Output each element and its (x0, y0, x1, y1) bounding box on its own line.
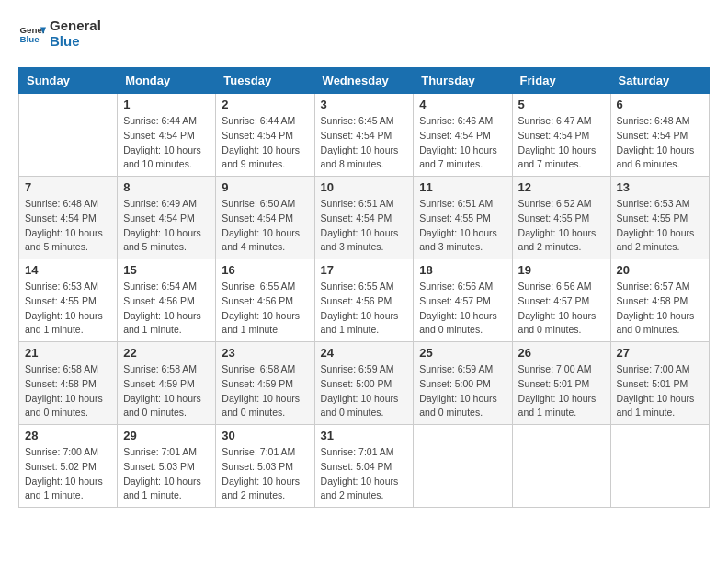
calendar-cell: 18 Sunrise: 6:56 AM Sunset: 4:57 PM Dayl… (414, 259, 512, 342)
day-number: 4 (419, 98, 506, 111)
day-info: Sunrise: 6:58 AM Sunset: 4:59 PM Dayligh… (123, 362, 210, 420)
calendar-cell: 30 Sunrise: 7:01 AM Sunset: 5:03 PM Dayl… (216, 425, 314, 508)
weekday-header: Monday (118, 68, 216, 94)
day-info: Sunrise: 6:56 AM Sunset: 4:57 PM Dayligh… (518, 280, 605, 338)
day-info: Sunrise: 6:54 AM Sunset: 4:56 PM Dayligh… (123, 280, 210, 338)
day-info: Sunrise: 6:44 AM Sunset: 4:54 PM Dayligh… (123, 114, 210, 172)
day-info: Sunrise: 7:01 AM Sunset: 5:03 PM Dayligh… (222, 445, 308, 503)
weekday-header: Wednesday (314, 68, 414, 94)
day-number: 29 (123, 429, 210, 442)
calendar-cell: 17 Sunrise: 6:55 AM Sunset: 4:56 PM Dayl… (314, 259, 414, 342)
day-number: 26 (518, 346, 605, 360)
logo-line1: General (50, 18, 101, 34)
calendar-cell: 29 Sunrise: 7:01 AM Sunset: 5:03 PM Dayl… (118, 425, 216, 508)
calendar-cell: 1 Sunrise: 6:44 AM Sunset: 4:54 PM Dayli… (118, 94, 216, 177)
weekday-header: Saturday (610, 68, 709, 94)
day-info: Sunrise: 7:00 AM Sunset: 5:01 PM Dayligh… (518, 362, 605, 420)
day-number: 21 (25, 346, 111, 360)
day-number: 25 (419, 346, 506, 360)
day-info: Sunrise: 7:00 AM Sunset: 5:02 PM Dayligh… (25, 445, 111, 503)
day-number: 6 (617, 98, 703, 111)
day-info: Sunrise: 6:47 AM Sunset: 4:54 PM Dayligh… (518, 114, 605, 172)
day-info: Sunrise: 7:00 AM Sunset: 5:01 PM Dayligh… (617, 362, 703, 420)
weekday-header: Sunday (19, 68, 118, 94)
calendar-cell: 28 Sunrise: 7:00 AM Sunset: 5:02 PM Dayl… (19, 425, 118, 508)
day-info: Sunrise: 6:56 AM Sunset: 4:57 PM Dayligh… (419, 280, 506, 338)
calendar-cell: 22 Sunrise: 6:58 AM Sunset: 4:59 PM Dayl… (118, 342, 216, 425)
day-info: Sunrise: 6:51 AM Sunset: 4:55 PM Dayligh… (419, 197, 506, 255)
day-info: Sunrise: 6:51 AM Sunset: 4:54 PM Dayligh… (321, 197, 408, 255)
calendar-cell (512, 425, 610, 508)
day-number: 31 (321, 429, 408, 442)
calendar-cell: 26 Sunrise: 7:00 AM Sunset: 5:01 PM Dayl… (512, 342, 610, 425)
day-number: 15 (123, 263, 210, 277)
calendar-cell (414, 425, 512, 508)
day-info: Sunrise: 6:44 AM Sunset: 4:54 PM Dayligh… (222, 114, 308, 172)
day-number: 9 (222, 180, 308, 194)
calendar-cell: 8 Sunrise: 6:49 AM Sunset: 4:54 PM Dayli… (118, 177, 216, 259)
day-number: 17 (321, 263, 408, 277)
calendar-cell: 5 Sunrise: 6:47 AM Sunset: 4:54 PM Dayli… (512, 94, 610, 177)
day-info: Sunrise: 6:53 AM Sunset: 4:55 PM Dayligh… (25, 280, 111, 338)
day-info: Sunrise: 7:01 AM Sunset: 5:03 PM Dayligh… (123, 445, 210, 503)
calendar-cell: 16 Sunrise: 6:55 AM Sunset: 4:56 PM Dayl… (216, 259, 314, 342)
day-number: 22 (123, 346, 210, 360)
calendar-cell: 15 Sunrise: 6:54 AM Sunset: 4:56 PM Dayl… (118, 259, 216, 342)
day-number: 24 (321, 346, 408, 360)
calendar-cell: 3 Sunrise: 6:45 AM Sunset: 4:54 PM Dayli… (314, 94, 414, 177)
day-number: 19 (518, 263, 605, 277)
day-info: Sunrise: 6:46 AM Sunset: 4:54 PM Dayligh… (419, 114, 506, 172)
weekday-header: Friday (512, 68, 610, 94)
day-number: 23 (222, 346, 308, 360)
day-info: Sunrise: 6:55 AM Sunset: 4:56 PM Dayligh… (222, 280, 308, 338)
calendar-cell: 14 Sunrise: 6:53 AM Sunset: 4:55 PM Dayl… (19, 259, 118, 342)
day-info: Sunrise: 6:45 AM Sunset: 4:54 PM Dayligh… (321, 114, 408, 172)
day-number: 27 (617, 346, 703, 360)
day-number: 28 (25, 429, 111, 442)
day-info: Sunrise: 6:50 AM Sunset: 4:54 PM Dayligh… (222, 197, 308, 255)
calendar-cell: 20 Sunrise: 6:57 AM Sunset: 4:58 PM Dayl… (610, 259, 709, 342)
calendar-cell: 24 Sunrise: 6:59 AM Sunset: 5:00 PM Dayl… (314, 342, 414, 425)
day-number: 8 (123, 180, 210, 194)
weekday-header: Thursday (414, 68, 512, 94)
day-number: 3 (321, 98, 408, 111)
day-info: Sunrise: 6:48 AM Sunset: 4:54 PM Dayligh… (617, 114, 703, 172)
day-number: 10 (321, 180, 408, 194)
day-info: Sunrise: 7:01 AM Sunset: 5:04 PM Dayligh… (321, 445, 408, 503)
calendar-cell: 21 Sunrise: 6:58 AM Sunset: 4:58 PM Dayl… (19, 342, 118, 425)
day-number: 1 (123, 98, 210, 111)
calendar-cell: 23 Sunrise: 6:58 AM Sunset: 4:59 PM Dayl… (216, 342, 314, 425)
day-info: Sunrise: 6:58 AM Sunset: 4:59 PM Dayligh… (222, 362, 308, 420)
calendar-cell (19, 94, 118, 177)
day-info: Sunrise: 6:49 AM Sunset: 4:54 PM Dayligh… (123, 197, 210, 255)
calendar-cell: 4 Sunrise: 6:46 AM Sunset: 4:54 PM Dayli… (414, 94, 512, 177)
svg-text:Blue: Blue (20, 34, 40, 44)
calendar-cell: 2 Sunrise: 6:44 AM Sunset: 4:54 PM Dayli… (216, 94, 314, 177)
day-number: 2 (222, 98, 308, 111)
logo-line2: Blue (50, 34, 101, 50)
calendar-cell: 12 Sunrise: 6:52 AM Sunset: 4:55 PM Dayl… (512, 177, 610, 259)
day-number: 14 (25, 263, 111, 277)
day-info: Sunrise: 6:52 AM Sunset: 4:55 PM Dayligh… (518, 197, 605, 255)
day-info: Sunrise: 6:59 AM Sunset: 5:00 PM Dayligh… (321, 362, 408, 420)
day-info: Sunrise: 6:59 AM Sunset: 5:00 PM Dayligh… (419, 362, 506, 420)
day-number: 13 (617, 180, 703, 194)
calendar-cell: 9 Sunrise: 6:50 AM Sunset: 4:54 PM Dayli… (216, 177, 314, 259)
day-number: 11 (419, 180, 506, 194)
day-number: 7 (25, 180, 111, 194)
calendar: SundayMondayTuesdayWednesdayThursdayFrid… (18, 67, 710, 508)
day-info: Sunrise: 6:57 AM Sunset: 4:58 PM Dayligh… (617, 280, 703, 338)
day-number: 18 (419, 263, 506, 277)
day-info: Sunrise: 6:58 AM Sunset: 4:58 PM Dayligh… (25, 362, 111, 420)
day-number: 16 (222, 263, 308, 277)
day-info: Sunrise: 6:55 AM Sunset: 4:56 PM Dayligh… (321, 280, 408, 338)
calendar-cell: 25 Sunrise: 6:59 AM Sunset: 5:00 PM Dayl… (414, 342, 512, 425)
calendar-cell: 7 Sunrise: 6:48 AM Sunset: 4:54 PM Dayli… (19, 177, 118, 259)
logo: General Blue General Blue (18, 18, 101, 49)
day-number: 20 (617, 263, 703, 277)
day-number: 5 (518, 98, 605, 111)
calendar-cell: 11 Sunrise: 6:51 AM Sunset: 4:55 PM Dayl… (414, 177, 512, 259)
day-number: 12 (518, 180, 605, 194)
day-number: 30 (222, 429, 308, 442)
day-info: Sunrise: 6:48 AM Sunset: 4:54 PM Dayligh… (25, 197, 111, 255)
